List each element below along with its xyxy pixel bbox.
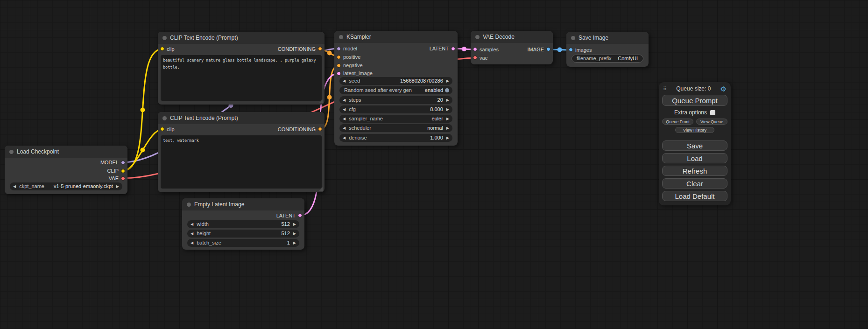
prev-value-arrow-icon[interactable]: ◀ bbox=[343, 124, 346, 132]
node-clip-text-encode-negative[interactable]: CLIP Text Encode (Prompt) clip CONDITION… bbox=[158, 112, 325, 192]
queue-front-button[interactable]: Queue Front bbox=[662, 119, 693, 125]
collapse-dot-icon[interactable] bbox=[571, 36, 575, 40]
output-port-latent[interactable] bbox=[451, 47, 455, 51]
widget-value: 20 bbox=[438, 96, 443, 104]
input-port-positive[interactable] bbox=[337, 55, 341, 59]
output-port-vae[interactable] bbox=[121, 176, 125, 181]
increment-arrow-icon[interactable]: ▶ bbox=[446, 105, 449, 113]
next-value-arrow-icon[interactable]: ▶ bbox=[446, 115, 449, 123]
output-port-conditioning[interactable] bbox=[318, 127, 322, 131]
view-history-button[interactable]: View History bbox=[675, 127, 714, 133]
widget-scheduler[interactable]: ◀ scheduler normal ▶ bbox=[339, 124, 452, 132]
decrement-arrow-icon[interactable]: ◀ bbox=[343, 96, 346, 104]
widget-value: enabled bbox=[425, 86, 443, 94]
increment-arrow-icon[interactable]: ▶ bbox=[446, 134, 449, 142]
node-title-bar[interactable]: KSampler bbox=[334, 31, 458, 43]
input-port-clip[interactable] bbox=[160, 127, 164, 131]
node-clip-text-encode-positive[interactable]: CLIP Text Encode (Prompt) clip CONDITION… bbox=[158, 32, 325, 105]
resize-handle[interactable] bbox=[319, 99, 323, 103]
collapse-dot-icon[interactable] bbox=[162, 36, 167, 40]
prompt-textarea[interactable]: text, watermark bbox=[161, 135, 322, 189]
input-port-negative[interactable] bbox=[337, 63, 341, 68]
collapse-dot-icon[interactable] bbox=[9, 150, 14, 154]
load-default-button[interactable]: Load Default bbox=[662, 191, 727, 201]
node-load-checkpoint[interactable]: Load Checkpoint MODEL CLIP VAE ◀ ckpt_na… bbox=[5, 146, 127, 194]
collapse-dot-icon[interactable] bbox=[187, 203, 191, 207]
collapse-dot-icon[interactable] bbox=[162, 116, 167, 120]
widget-filename-prefix[interactable]: filename_prefix ComfyUI bbox=[572, 55, 643, 63]
node-title-bar[interactable]: CLIP Text Encode (Prompt) bbox=[158, 32, 325, 44]
input-port-images[interactable] bbox=[569, 48, 573, 52]
decrement-arrow-icon[interactable]: ◀ bbox=[191, 220, 193, 228]
widget-random-seed-toggle[interactable]: Random seed after every gen enabled bbox=[339, 86, 452, 94]
prompt-textarea[interactable]: beautiful scenery nature glass bottle la… bbox=[161, 55, 322, 101]
prev-value-arrow-icon[interactable]: ◀ bbox=[13, 182, 16, 190]
increment-arrow-icon[interactable]: ▶ bbox=[293, 220, 296, 228]
output-port-model[interactable] bbox=[121, 161, 125, 165]
toggle-dot-icon[interactable] bbox=[445, 88, 449, 92]
widget-value: normal bbox=[427, 124, 443, 132]
input-port-latent-image[interactable] bbox=[337, 71, 341, 76]
input-port-model[interactable] bbox=[337, 47, 341, 51]
decrement-arrow-icon[interactable]: ◀ bbox=[343, 105, 346, 113]
prev-value-arrow-icon[interactable]: ◀ bbox=[343, 115, 346, 123]
widget-seed[interactable]: ◀ seed 156680208700286 ▶ bbox=[339, 77, 452, 85]
widget-value: 156680208700286 bbox=[400, 77, 443, 85]
widget-value: euler bbox=[431, 115, 443, 123]
input-port-clip[interactable] bbox=[160, 47, 164, 51]
queue-prompt-button[interactable]: Queue Prompt bbox=[662, 95, 727, 106]
widget-label: cfg bbox=[349, 105, 356, 113]
increment-arrow-icon[interactable]: ▶ bbox=[446, 96, 449, 104]
collapse-dot-icon[interactable] bbox=[475, 35, 480, 39]
widget-width[interactable]: ◀ width 512 ▶ bbox=[187, 220, 299, 228]
refresh-button[interactable]: Refresh bbox=[662, 166, 727, 176]
output-port-image[interactable] bbox=[546, 47, 550, 51]
node-title-bar[interactable]: Save Image bbox=[566, 32, 649, 44]
output-port-clip[interactable] bbox=[121, 169, 125, 173]
widget-label: Random seed after every gen bbox=[344, 86, 412, 94]
next-value-arrow-icon[interactable]: ▶ bbox=[116, 182, 119, 190]
collapse-dot-icon[interactable] bbox=[339, 35, 343, 39]
widget-batch-size[interactable]: ◀ batch_size 1 ▶ bbox=[187, 239, 299, 247]
resize-handle[interactable] bbox=[319, 187, 323, 191]
node-title-bar[interactable]: VAE Decode bbox=[471, 31, 553, 43]
widget-cfg[interactable]: ◀ cfg 8.000 ▶ bbox=[339, 105, 452, 113]
decrement-arrow-icon[interactable]: ◀ bbox=[343, 134, 346, 142]
node-ksampler[interactable]: KSampler model LATENT positive negative … bbox=[334, 31, 458, 146]
node-empty-latent-image[interactable]: Empty Latent Image LATENT ◀ width 512 ▶ … bbox=[182, 198, 304, 250]
widget-height[interactable]: ◀ height 512 ▶ bbox=[187, 230, 299, 238]
node-title-bar[interactable]: CLIP Text Encode (Prompt) bbox=[158, 112, 325, 124]
input-port-samples[interactable] bbox=[473, 47, 477, 51]
widget-denoise[interactable]: ◀ denoise 1.000 ▶ bbox=[339, 134, 452, 142]
graph-canvas[interactable]: Load Checkpoint MODEL CLIP VAE ◀ ckpt_na… bbox=[0, 0, 868, 329]
widget-sampler-name[interactable]: ◀ sampler_name euler ▶ bbox=[339, 115, 452, 123]
widget-ckpt-name[interactable]: ◀ ckpt_name v1-5-pruned-emaonly.ckpt ▶ bbox=[10, 182, 122, 190]
drag-handle-icon[interactable]: ⠿ bbox=[663, 86, 667, 92]
decrement-arrow-icon[interactable]: ◀ bbox=[343, 77, 346, 85]
decrement-arrow-icon[interactable]: ◀ bbox=[191, 239, 193, 247]
widget-steps[interactable]: ◀ steps 20 ▶ bbox=[339, 96, 452, 104]
input-port-vae[interactable] bbox=[473, 56, 477, 60]
increment-arrow-icon[interactable]: ▶ bbox=[293, 239, 296, 247]
next-value-arrow-icon[interactable]: ▶ bbox=[446, 124, 449, 132]
widget-value: v1-5-pruned-emaonly.ckpt bbox=[54, 182, 113, 190]
output-port-conditioning[interactable] bbox=[318, 47, 322, 51]
increment-arrow-icon[interactable]: ▶ bbox=[446, 77, 449, 85]
node-save-image[interactable]: Save Image images filename_prefix ComfyU… bbox=[566, 32, 649, 67]
node-vae-decode[interactable]: VAE Decode samples IMAGE vae bbox=[471, 31, 553, 64]
settings-gear-icon[interactable]: ⚙ bbox=[720, 85, 727, 92]
view-queue-button[interactable]: View Queue bbox=[696, 119, 727, 125]
load-button[interactable]: Load bbox=[662, 153, 727, 163]
extra-options-checkbox[interactable] bbox=[710, 110, 715, 115]
output-port-latent[interactable] bbox=[298, 213, 302, 217]
widget-label: denoise bbox=[349, 134, 367, 142]
save-button[interactable]: Save bbox=[662, 140, 727, 151]
widget-value: 512 bbox=[281, 230, 289, 238]
widget-label: width bbox=[197, 220, 209, 228]
clear-button[interactable]: Clear bbox=[662, 178, 727, 189]
node-title-bar[interactable]: Empty Latent Image bbox=[182, 198, 304, 210]
node-title-bar[interactable]: Load Checkpoint bbox=[5, 146, 127, 158]
widget-label: filename_prefix bbox=[577, 55, 612, 63]
increment-arrow-icon[interactable]: ▶ bbox=[293, 230, 296, 238]
decrement-arrow-icon[interactable]: ◀ bbox=[191, 230, 193, 238]
